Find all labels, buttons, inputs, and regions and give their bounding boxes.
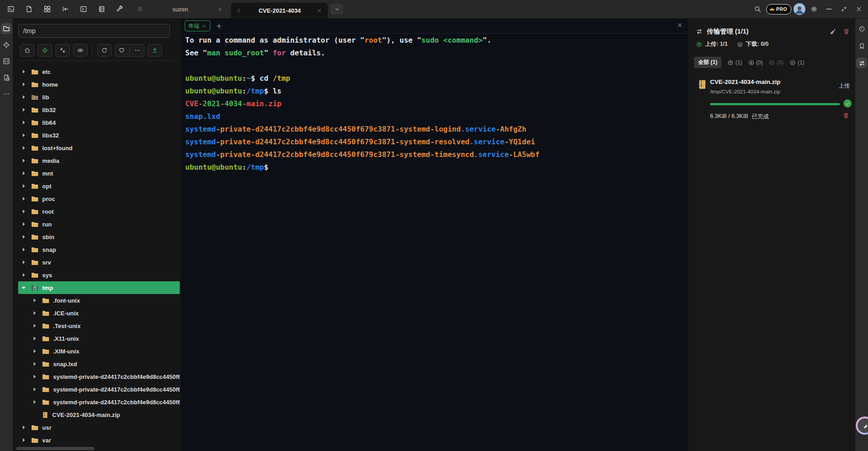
locate-button[interactable]	[38, 44, 52, 57]
tree-row-sbin[interactable]: sbin	[18, 230, 180, 243]
tree-row-.ICE-unix[interactable]: .ICE-unix	[18, 307, 180, 319]
clear-finished-button[interactable]	[829, 28, 836, 35]
collapsed-arrow-icon[interactable]	[20, 146, 27, 150]
filter-check[interactable]: (1)	[789, 59, 804, 66]
collapsed-arrow-icon[interactable]	[20, 121, 27, 124]
filter-all-chip[interactable]: 全部 (1)	[694, 57, 721, 68]
server-list-button[interactable]	[95, 3, 108, 15]
more-button[interactable]	[131, 44, 144, 56]
search-button[interactable]	[751, 3, 764, 15]
collapsed-arrow-icon[interactable]	[20, 426, 27, 429]
tree-row-media[interactable]: media	[18, 154, 180, 167]
filter-circle-up[interactable]: (1)	[727, 59, 742, 66]
collapsed-arrow-icon[interactable]	[31, 337, 38, 340]
dock-left-button[interactable]	[59, 3, 72, 15]
collapsed-arrow-icon[interactable]	[20, 438, 27, 442]
new-terminal-button[interactable]	[5, 3, 17, 15]
expanded-arrow-icon[interactable]	[20, 287, 27, 289]
collapsed-arrow-icon[interactable]	[31, 362, 38, 366]
terminal-tab[interactable]: 终端	[185, 20, 210, 31]
terminal-tab-close-icon[interactable]	[202, 24, 207, 29]
collapsed-arrow-icon[interactable]	[20, 95, 27, 99]
path-input[interactable]	[18, 24, 170, 38]
collapsed-arrow-icon[interactable]	[20, 184, 27, 188]
collapsed-arrow-icon[interactable]	[20, 210, 27, 213]
collapsed-arrow-icon[interactable]	[31, 311, 38, 315]
split-layout-button[interactable]	[41, 3, 54, 15]
activity-files-button[interactable]	[1, 23, 12, 34]
strip-dashboard-button[interactable]	[856, 23, 867, 34]
tree-row-snap[interactable]: snap	[18, 243, 180, 256]
console-button[interactable]	[77, 3, 90, 15]
collapsed-arrow-icon[interactable]	[20, 222, 27, 226]
tree-row-sys[interactable]: sys	[18, 269, 180, 281]
minimize-button[interactable]	[823, 3, 835, 15]
collapsed-arrow-icon[interactable]	[20, 83, 27, 86]
tree-row-root[interactable]: root	[18, 205, 180, 218]
session-tab-close-icon[interactable]	[216, 5, 224, 13]
heart-button[interactable]	[115, 44, 128, 56]
tools-button[interactable]	[113, 3, 126, 15]
tree-row-etc[interactable]: etc	[18, 65, 180, 78]
collapsed-arrow-icon[interactable]	[31, 387, 38, 391]
upload-button[interactable]	[148, 44, 162, 57]
tree-row-systemd-private-d24417c2cbbf4e9d8cc4450f67[interactable]: systemd-private-d24417c2cbbf4e9d8cc4450f…	[18, 383, 180, 396]
terminal-output[interactable]: To run a command as administrator (user …	[185, 34, 686, 449]
tree-row-.Test-unix[interactable]: .Test-unix	[18, 319, 180, 332]
eye-button[interactable]	[73, 44, 88, 57]
strip-bookmark-button[interactable]	[856, 40, 867, 51]
tree-row-.X11-unix[interactable]: .X11-unix	[18, 332, 180, 345]
tree-row-libx32[interactable]: libx32	[18, 129, 180, 142]
refresh-button[interactable]	[97, 44, 112, 57]
activity-more-button[interactable]	[1, 88, 12, 99]
tree-row-snap.lxd[interactable]: snap.lxd	[18, 358, 180, 370]
collapsed-arrow-icon[interactable]	[20, 172, 27, 175]
home-button[interactable]	[20, 44, 35, 57]
pro-badge[interactable]: PRO	[766, 4, 791, 15]
tree-row-.XIM-unix[interactable]: .XIM-unix	[18, 345, 180, 358]
collapsed-arrow-icon[interactable]	[31, 400, 38, 404]
filter-circle-down[interactable]: (0)	[748, 59, 763, 66]
collapsed-arrow-icon[interactable]	[20, 70, 27, 74]
session-tab-close-icon[interactable]	[315, 6, 323, 15]
collapsed-arrow-icon[interactable]	[31, 299, 38, 302]
session-tab-suzen[interactable]: suzen	[132, 0, 228, 18]
collapsed-arrow-icon[interactable]	[20, 133, 27, 137]
horizontal-scrollbar[interactable]	[16, 447, 94, 450]
activity-locate-button[interactable]	[1, 39, 12, 50]
collapsed-arrow-icon[interactable]	[31, 375, 38, 378]
collapsed-arrow-icon[interactable]	[20, 235, 27, 239]
collapsed-arrow-icon[interactable]	[20, 248, 27, 251]
strip-transfer-button[interactable]	[856, 58, 867, 69]
transfer-delete-button[interactable]	[843, 112, 849, 119]
tree-row-run[interactable]: run	[18, 218, 180, 230]
new-terminal-tab-button[interactable]	[216, 23, 222, 29]
tree-row-lib[interactable]: lib	[18, 91, 180, 103]
tree-row-systemd-private-d24417c2cbbf4e9d8cc4450f67[interactable]: systemd-private-d24417c2cbbf4e9d8cc4450f…	[18, 370, 180, 383]
tree-row-opt[interactable]: opt	[18, 180, 180, 192]
collapsed-arrow-icon[interactable]	[31, 324, 38, 328]
transfer-item[interactable]: CVE-2021-4034-main.zip /tmp/CVE-2021-403…	[688, 73, 855, 124]
user-avatar[interactable]	[794, 3, 805, 15]
close-window-button[interactable]	[853, 3, 865, 15]
tree-row-systemd-private-d24417c2cbbf4e9d8cc4450f67[interactable]: systemd-private-d24417c2cbbf4e9d8cc4450f…	[18, 396, 180, 408]
settings-button[interactable]	[808, 3, 820, 15]
tree-row-lib64[interactable]: lib64	[18, 116, 180, 129]
collapsed-arrow-icon[interactable]	[20, 197, 27, 201]
tree-row-proc[interactable]: proc	[18, 192, 180, 205]
tree-row-var[interactable]: var	[18, 434, 180, 446]
collapse-button[interactable]	[55, 44, 70, 57]
tree-row-mnt[interactable]: mnt	[18, 167, 180, 180]
tree-row-srv[interactable]: srv	[18, 256, 180, 269]
tree-row-lib32[interactable]: lib32	[18, 103, 180, 116]
collapsed-arrow-icon[interactable]	[20, 273, 27, 277]
session-tab-CVE-2021-4034[interactable]: CVE-2021-4034	[231, 3, 328, 18]
new-file-button[interactable]	[23, 3, 35, 15]
tree-row-CVE-2021-4034-main.zip[interactable]: CVE-2021-4034-main.zip	[18, 408, 180, 421]
terminal-panel-close-icon[interactable]	[677, 22, 683, 28]
delete-all-button[interactable]	[843, 28, 850, 35]
tab-list-dropdown-button[interactable]	[330, 4, 343, 15]
activity-code-button[interactable]	[1, 56, 12, 67]
collapsed-arrow-icon[interactable]	[20, 260, 27, 264]
activity-history-button[interactable]	[1, 72, 12, 83]
